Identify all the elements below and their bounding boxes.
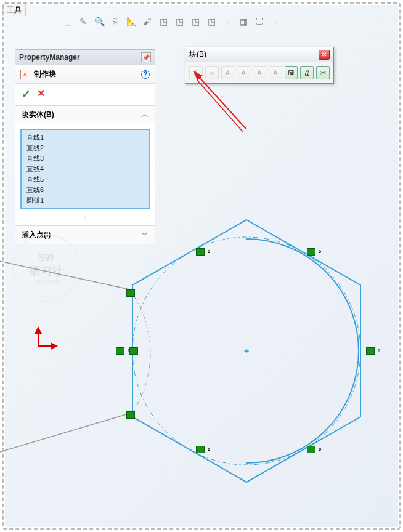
relation-badge[interactable] (196, 248, 205, 256)
center-point[interactable]: + (244, 346, 249, 356)
svg-line-4 (0, 259, 129, 289)
relation-badge[interactable] (366, 347, 375, 355)
svg-line-5 (0, 413, 132, 456)
relation-badge[interactable] (196, 446, 205, 453)
relation-badge[interactable] (116, 347, 124, 355)
relation-badge[interactable] (126, 289, 135, 297)
relation-badge[interactable] (126, 411, 135, 419)
relation-badge[interactable] (307, 248, 315, 256)
arc1[interactable] (246, 239, 359, 463)
relation-badge[interactable] (129, 347, 138, 355)
relation-badge[interactable] (307, 446, 315, 453)
